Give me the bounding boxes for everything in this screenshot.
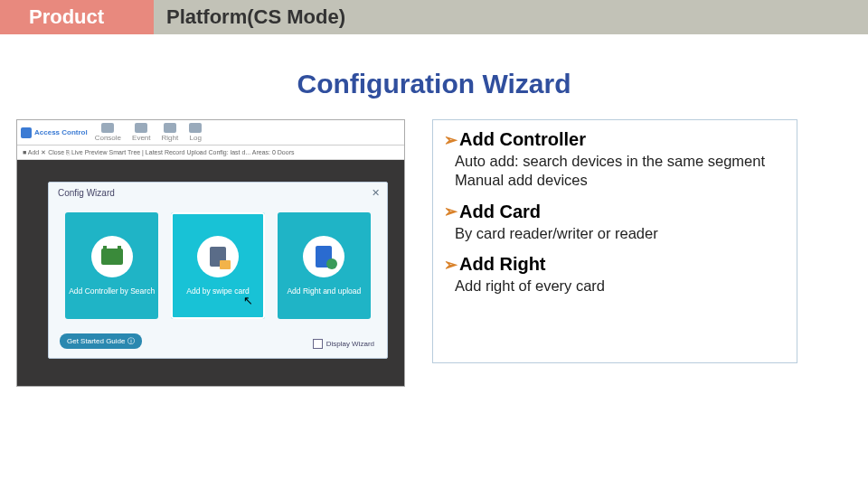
card-folder-icon <box>210 247 226 267</box>
wizard-title: Config Wizard <box>49 183 387 203</box>
chip-icon <box>101 249 123 265</box>
console-icon <box>101 123 114 133</box>
heading-add-controller: ➢Add Controller <box>444 129 786 150</box>
info-panel: ➢Add Controller Auto add: search devices… <box>432 119 797 363</box>
header-platform: Platform(CS Mode) <box>154 0 868 34</box>
heading-add-card-text: Add Card <box>459 202 541 222</box>
tb-console-label: Console <box>95 134 121 142</box>
heading-add-controller-text: Add Controller <box>459 129 586 150</box>
heading-add-right-text: Add Right <box>459 254 546 275</box>
tb-log[interactable]: Log <box>189 123 202 142</box>
body-add-controller: Auto add: search devices in the same seg… <box>444 150 786 194</box>
app-name: Access Control <box>21 127 88 138</box>
heading-add-right: ➢Add Right <box>444 254 786 275</box>
arrow-icon: ➢ <box>444 255 458 275</box>
app-name-text: Access Control <box>34 128 88 136</box>
card-add-controller-label: Add Controller by Search <box>69 286 155 296</box>
body-add-card: By card reader/writer or reader <box>444 222 786 247</box>
toolbar-group: Console Event Right Log <box>95 123 203 142</box>
right-circle <box>303 236 344 277</box>
cursor-icon: ↖ <box>243 294 253 307</box>
tb-event[interactable]: Event <box>132 123 150 142</box>
app-icon <box>21 127 32 138</box>
arrow-icon: ➢ <box>444 202 458 221</box>
tb-console[interactable]: Console <box>95 123 121 142</box>
tb-right[interactable]: Right <box>162 123 179 142</box>
log-icon <box>189 123 202 133</box>
heading-add-card: ➢Add Card <box>444 202 786 222</box>
config-wizard-dialog: Config Wizard ✕ Add Controller by Search… <box>48 182 388 359</box>
header-product: Product <box>0 0 154 34</box>
card-add-right[interactable]: Add Right and upload <box>278 212 371 319</box>
app-toolbar: Access Control Console Event Right Log <box>17 120 404 145</box>
card-add-controller[interactable]: Add Controller by Search <box>65 212 158 319</box>
tb-right-label: Right <box>162 134 179 142</box>
right-icon <box>164 123 176 133</box>
screenshot-panel: Access Control Console Event Right Log ■… <box>16 119 405 387</box>
arrow-icon: ➢ <box>444 130 458 150</box>
content-row: Access Control Console Event Right Log ■… <box>0 119 868 387</box>
header-bar: Product Platform(CS Mode) <box>0 0 868 34</box>
tb-event-label: Event <box>132 134 150 142</box>
card-add-right-label: Add Right and upload <box>287 286 361 296</box>
doc-add-icon <box>316 246 332 267</box>
body-add-right: Add right of every card <box>444 275 786 299</box>
card-add-swipe-label: Add by swipe card <box>186 286 249 296</box>
close-icon[interactable]: ✕ <box>372 187 380 199</box>
controller-circle <box>91 236 133 277</box>
tb-log-label: Log <box>190 134 202 142</box>
wizard-cards: Add Controller by Search Add by swipe ca… <box>49 203 387 328</box>
display-wizard-checkbox[interactable]: Display Wizard <box>313 339 374 349</box>
get-started-guide-button[interactable]: Get Started Guide ⓘ <box>60 333 142 349</box>
sub-toolbar: ■ Add ✕ Close ⎘ Live Preview Smart Tree … <box>17 145 404 160</box>
event-icon <box>135 123 147 133</box>
swipe-circle <box>197 236 239 277</box>
page-title: Configuration Wizard <box>0 69 868 99</box>
